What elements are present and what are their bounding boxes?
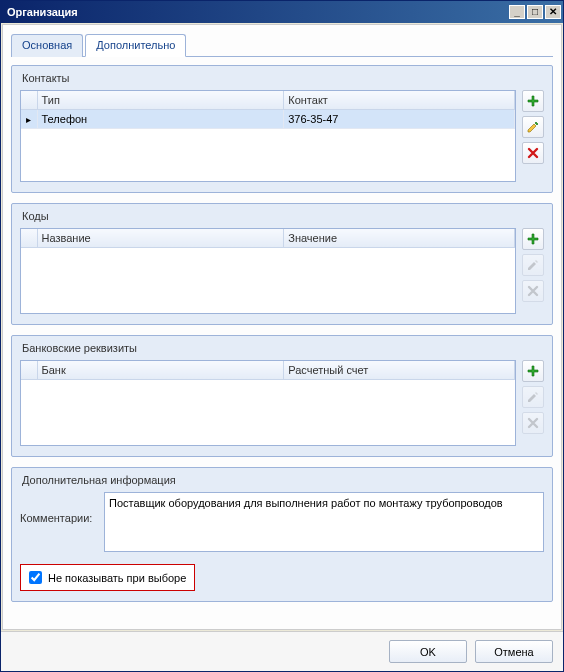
codes-legend: Коды [20, 210, 544, 222]
delete-icon [526, 284, 540, 298]
contacts-grid[interactable]: Тип Контакт ▸ Телефон 376-35-47 [20, 90, 516, 182]
bank-actions [522, 360, 544, 446]
extra-info-group: Дополнительная информация Комментарии: Н… [11, 467, 553, 602]
ok-button[interactable]: OK [389, 640, 467, 663]
hide-on-select-checkbox[interactable] [29, 571, 42, 584]
comments-textarea[interactable] [104, 492, 544, 552]
delete-icon [526, 146, 540, 160]
contacts-col-contact[interactable]: Контакт [284, 91, 515, 110]
codes-group: Коды Название Значение [11, 203, 553, 325]
close-button[interactable]: ✕ [545, 5, 561, 19]
row-indicator-header [21, 91, 37, 110]
bank-col-bank[interactable]: Банк [37, 361, 284, 380]
pencil-icon [526, 390, 540, 404]
delete-button [522, 280, 544, 302]
contacts-legend: Контакты [20, 72, 544, 84]
hide-on-select-box: Не показывать при выборе [20, 564, 195, 591]
cancel-button[interactable]: Отмена [475, 640, 553, 663]
bank-legend: Банковские реквизиты [20, 342, 544, 354]
edit-button [522, 386, 544, 408]
table-row[interactable]: ▸ Телефон 376-35-47 [21, 110, 515, 129]
add-button[interactable] [522, 90, 544, 112]
comments-label: Комментарии: [20, 492, 98, 524]
row-indicator-header [21, 229, 37, 248]
maximize-button[interactable]: □ [527, 5, 543, 19]
minimize-button[interactable]: _ [509, 5, 525, 19]
add-button[interactable] [522, 360, 544, 382]
bank-group: Банковские реквизиты Банк Расчетный счет [11, 335, 553, 457]
organization-dialog: Организация _ □ ✕ Основная Дополнительно… [0, 0, 564, 672]
plus-icon [526, 364, 540, 378]
tab-extra[interactable]: Дополнительно [85, 34, 186, 57]
tab-main[interactable]: Основная [11, 34, 83, 57]
client-area: Основная Дополнительно Контакты Тип Конт… [2, 24, 562, 630]
window-buttons: _ □ ✕ [509, 5, 561, 19]
edit-button [522, 254, 544, 276]
row-indicator-header [21, 361, 37, 380]
contacts-cell-contact[interactable]: 376-35-47 [284, 110, 515, 129]
contacts-cell-type[interactable]: Телефон [37, 110, 284, 129]
tab-strip: Основная Дополнительно [11, 33, 553, 57]
dialog-footer: OK Отмена [1, 631, 563, 671]
codes-col-value[interactable]: Значение [284, 229, 515, 248]
codes-grid[interactable]: Название Значение [20, 228, 516, 314]
contacts-col-type[interactable]: Тип [37, 91, 284, 110]
bank-col-account[interactable]: Расчетный счет [284, 361, 515, 380]
contacts-group: Контакты Тип Контакт ▸ Телефон 376-35-47 [11, 65, 553, 193]
add-button[interactable] [522, 228, 544, 250]
titlebar: Организация _ □ ✕ [1, 1, 563, 23]
edit-button[interactable] [522, 116, 544, 138]
delete-icon [526, 416, 540, 430]
bank-grid[interactable]: Банк Расчетный счет [20, 360, 516, 446]
row-indicator-icon: ▸ [21, 110, 37, 129]
plus-icon [526, 94, 540, 108]
plus-icon [526, 232, 540, 246]
pencil-icon [526, 120, 540, 134]
contacts-actions [522, 90, 544, 182]
delete-button[interactable] [522, 142, 544, 164]
pencil-icon [526, 258, 540, 272]
codes-col-name[interactable]: Название [37, 229, 284, 248]
extra-info-legend: Дополнительная информация [20, 474, 544, 486]
window-title: Организация [7, 6, 509, 18]
hide-on-select-label: Не показывать при выборе [48, 572, 186, 584]
delete-button [522, 412, 544, 434]
codes-actions [522, 228, 544, 314]
